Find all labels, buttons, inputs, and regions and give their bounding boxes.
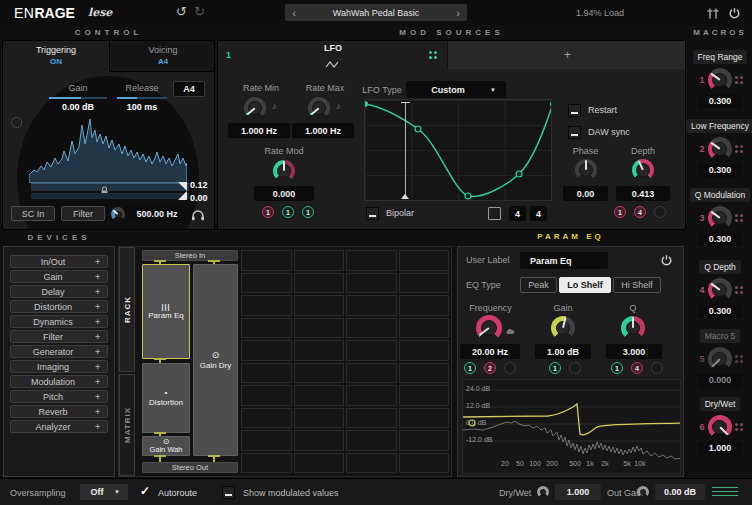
device-imaging[interactable]: Imaging+ bbox=[10, 360, 108, 373]
dry-wet-value[interactable]: 1.000 bbox=[555, 484, 601, 500]
mod-slot-badge[interactable]: 4 bbox=[634, 206, 646, 218]
device-modulation[interactable]: Modulation+ bbox=[10, 375, 108, 388]
eq-type-lo-shelf-button[interactable]: Lo Shelf bbox=[559, 277, 611, 293]
matrix-cell[interactable] bbox=[399, 295, 450, 316]
macro-knob[interactable] bbox=[708, 347, 732, 371]
gain-slider[interactable] bbox=[49, 97, 107, 99]
device-distortion[interactable]: Distortion+ bbox=[10, 300, 108, 313]
preset-prev-button[interactable]: ‹ bbox=[285, 7, 303, 19]
frequency-knob[interactable] bbox=[476, 315, 502, 341]
matrix-cell[interactable] bbox=[241, 385, 292, 406]
headphones-icon[interactable] bbox=[191, 207, 205, 225]
device-delay[interactable]: Delay+ bbox=[10, 285, 108, 298]
mod-slot-badge[interactable]: 1 bbox=[614, 206, 626, 218]
matrix-cell[interactable] bbox=[241, 250, 292, 271]
daw-sync-checkbox[interactable] bbox=[568, 126, 581, 139]
autoroute-checkbox[interactable]: ✓ bbox=[140, 484, 150, 498]
rack-block-gain-wah[interactable]: ⊙ Gain Wah bbox=[142, 436, 190, 456]
grid-x-value[interactable]: 4 bbox=[509, 206, 526, 221]
mod-slot-badge[interactable] bbox=[651, 362, 663, 374]
preset-next-button[interactable]: › bbox=[449, 7, 467, 19]
matrix-cell[interactable] bbox=[294, 385, 345, 406]
depth-value[interactable]: 0.413 bbox=[616, 186, 670, 201]
add-mod-source-button[interactable]: + bbox=[447, 41, 686, 69]
eq-gain-knob[interactable] bbox=[551, 316, 575, 340]
show-modulated-checkbox[interactable] bbox=[222, 486, 235, 499]
macro-drag-handle-icon[interactable] bbox=[735, 355, 743, 363]
macro-value[interactable]: 0.300 bbox=[698, 164, 742, 177]
envelope-waveform[interactable] bbox=[29, 113, 187, 183]
sc-in-button[interactable]: SC In bbox=[11, 206, 55, 221]
matrix-cell[interactable] bbox=[294, 430, 345, 451]
phase-knob[interactable] bbox=[575, 159, 597, 181]
depth-knob[interactable] bbox=[632, 159, 654, 181]
matrix-cell[interactable] bbox=[241, 430, 292, 451]
macro-drag-handle-icon[interactable] bbox=[735, 76, 743, 84]
matrix-cell[interactable] bbox=[346, 250, 397, 271]
matrix-cell[interactable] bbox=[346, 295, 397, 316]
lfo-curve-editor[interactable] bbox=[364, 99, 552, 201]
macro-knob[interactable] bbox=[708, 415, 732, 439]
macro-label[interactable]: Freq Range bbox=[693, 50, 748, 64]
tab-lfo[interactable]: 1 LFO bbox=[218, 41, 447, 69]
matrix-cell[interactable] bbox=[399, 340, 450, 361]
threshold-marker-high-icon[interactable] bbox=[178, 182, 187, 191]
matrix-cell[interactable] bbox=[399, 363, 450, 384]
rate-min-value[interactable]: 1.000 Hz bbox=[228, 123, 290, 138]
macro-value[interactable]: 0.300 bbox=[698, 95, 742, 108]
matrix-cell[interactable] bbox=[346, 273, 397, 294]
matrix-cell[interactable] bbox=[294, 250, 345, 271]
eq-type-peak-button[interactable]: Peak bbox=[520, 277, 557, 293]
q-knob[interactable] bbox=[621, 316, 645, 340]
cloud-icon[interactable] bbox=[505, 321, 515, 339]
matrix-cell[interactable] bbox=[399, 250, 450, 271]
preset-name[interactable]: WahWah Pedal Basic bbox=[303, 8, 449, 18]
mod-slot-badge[interactable] bbox=[569, 362, 581, 374]
rate-mod-knob[interactable] bbox=[273, 160, 295, 182]
device-power-icon[interactable] bbox=[660, 253, 673, 271]
mod-slot-badge[interactable]: 2 bbox=[484, 362, 496, 374]
device-in-out[interactable]: In/Out+ bbox=[10, 255, 108, 268]
macro-label[interactable]: Macro 5 bbox=[700, 329, 741, 343]
mod-slot-badge[interactable]: 1 bbox=[282, 206, 294, 218]
lfo-type-dropdown[interactable]: Custom ▼ bbox=[406, 81, 506, 98]
matrix-cell[interactable] bbox=[241, 295, 292, 316]
rate-max-sync-icon[interactable]: ♪ bbox=[336, 101, 341, 111]
stereo-out-node[interactable]: Stereo Out bbox=[142, 462, 238, 473]
matrix-cell[interactable] bbox=[241, 318, 292, 339]
macro-knob[interactable] bbox=[708, 278, 732, 302]
matrix-cell[interactable] bbox=[294, 340, 345, 361]
mod-slot-badge[interactable]: 1 bbox=[611, 362, 623, 374]
macro-drag-handle-icon[interactable] bbox=[735, 214, 743, 222]
matrix-cell[interactable] bbox=[399, 430, 450, 451]
bipolar-checkbox[interactable] bbox=[366, 207, 379, 220]
power-icon[interactable] bbox=[728, 6, 741, 24]
matrix-cell[interactable] bbox=[399, 318, 450, 339]
macro-value[interactable]: 0.300 bbox=[698, 233, 742, 246]
matrix-cell[interactable] bbox=[294, 318, 345, 339]
macro-label[interactable]: Q Depth bbox=[699, 260, 741, 274]
tab-voicing[interactable]: Voicing A4 bbox=[109, 41, 215, 72]
threshold-value-low[interactable]: 0.00 bbox=[190, 193, 208, 203]
filter-freq-knob[interactable] bbox=[111, 207, 125, 221]
macro-value[interactable]: 1.000 bbox=[698, 442, 742, 455]
matrix-cell[interactable] bbox=[346, 453, 397, 474]
macro-drag-handle-icon[interactable] bbox=[735, 286, 743, 294]
out-gain-value[interactable]: 0.00 dB bbox=[655, 484, 705, 500]
matrix-cell[interactable] bbox=[399, 273, 450, 294]
mod-slot-badge[interactable]: 1 bbox=[549, 362, 561, 374]
matrix-cell[interactable] bbox=[294, 363, 345, 384]
user-label-input[interactable]: Param Eq bbox=[520, 252, 608, 269]
mod-slot-badge[interactable]: 1 bbox=[464, 362, 476, 374]
rate-mod-value[interactable]: 0.000 bbox=[254, 186, 314, 201]
matrix-cell[interactable] bbox=[294, 273, 345, 294]
device-filter[interactable]: Filter+ bbox=[10, 330, 108, 343]
matrix-cell[interactable] bbox=[399, 408, 450, 429]
matrix-cell[interactable] bbox=[241, 453, 292, 474]
snap-grid-icon[interactable] bbox=[488, 207, 501, 220]
matrix-cell[interactable] bbox=[399, 385, 450, 406]
preset-selector[interactable]: ‹ WahWah Pedal Basic › bbox=[285, 4, 467, 21]
matrix-cell[interactable] bbox=[241, 340, 292, 361]
macro-knob[interactable] bbox=[708, 68, 732, 92]
note-button[interactable]: A4 bbox=[173, 81, 205, 97]
